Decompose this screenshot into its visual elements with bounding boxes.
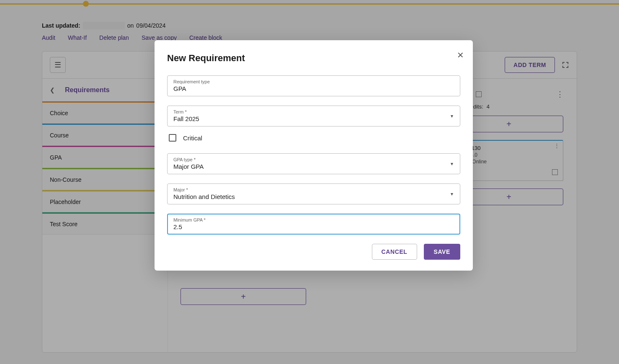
minimum-gpa-field[interactable]: Minimum GPA * 2.5 — [167, 214, 460, 235]
gpa-type-field[interactable]: GPA type * Major GPA ▾ — [167, 153, 460, 174]
field-value: Fall 2025 — [173, 115, 199, 122]
field-label: Requirement type — [173, 79, 454, 84]
close-icon[interactable]: × — [457, 49, 464, 60]
field-label: Term * — [173, 109, 454, 114]
new-requirement-modal: New Requirement × Requirement type GPA T… — [155, 40, 473, 271]
critical-row: Critical — [169, 134, 460, 142]
save-button[interactable]: SAVE — [424, 244, 461, 260]
field-value: Major GPA — [173, 163, 204, 170]
field-value: 2.5 — [173, 223, 182, 230]
modal-title: New Requirement — [167, 53, 460, 64]
field-value: Nutrition and Dietetics — [173, 193, 235, 200]
critical-checkbox[interactable] — [169, 134, 176, 142]
term-field[interactable]: Term * Fall 2025 ▾ — [167, 106, 460, 126]
field-value: GPA — [173, 85, 186, 92]
field-label: GPA type * — [173, 157, 454, 162]
cancel-button[interactable]: CANCEL — [372, 244, 417, 260]
major-field[interactable]: Major * Nutrition and Dietetics ▾ — [167, 183, 460, 204]
requirement-type-field[interactable]: Requirement type GPA — [167, 75, 460, 96]
field-label: Major * — [173, 187, 454, 192]
critical-label: Critical — [183, 134, 202, 142]
field-label: Minimum GPA * — [173, 217, 454, 222]
